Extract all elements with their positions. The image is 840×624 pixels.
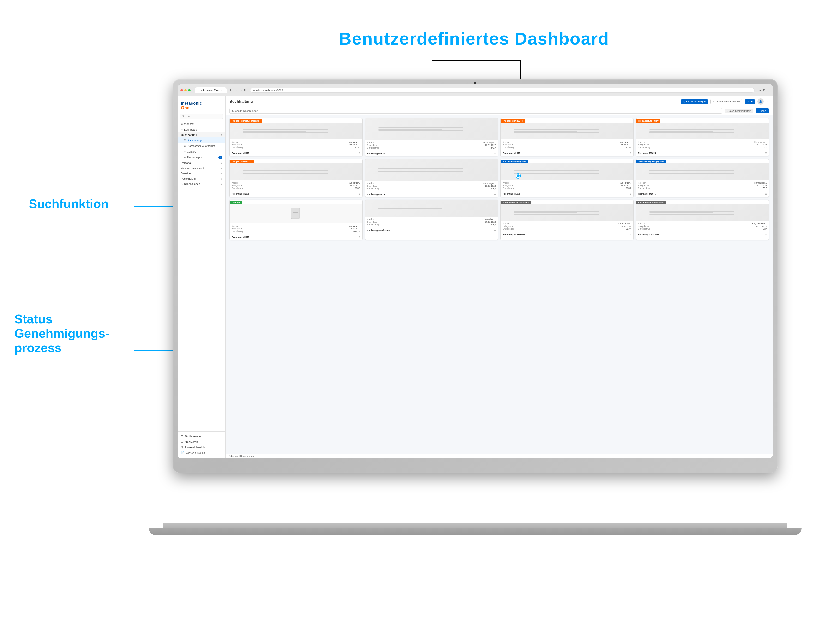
doc-card-3[interactable]: Freigabestufe KSTV KreditorHamburger... … [500,118,634,156]
card-7-bruttobetrag: 273,7 [626,187,632,189]
search-input[interactable] [229,108,722,114]
card-10-bruttobetrag: 273,7 [490,224,496,226]
card-12-preview [636,204,769,221]
sidebar-item-capture[interactable]: ≡ Capture [178,149,225,154]
card-3-menu-icon[interactable]: ≡ [630,151,631,155]
sidebar-item-webcast[interactable]: ≡ Webcast [178,121,225,127]
sidebar-item-personal[interactable]: Personal ∨ [178,160,225,165]
doc-card-4[interactable]: Freigabestufe KSTV KreditorHamburger... … [636,118,769,156]
filter-label[interactable]: ↓ Nach indexfield filtern [724,109,753,113]
sidebar-section-buchhaltung[interactable]: Buchhaltung ∧ [178,133,225,137]
sidebar-item-archivieren[interactable]: ⊡ Archivieren [178,439,225,445]
sidebar-item-kundenanliegen[interactable]: Kundenanliegen ∨ [178,181,225,187]
new-tab-button[interactable]: + [229,88,232,93]
card-11-menu-icon[interactable]: ≡ [630,233,631,236]
sidebar-logo: metasonic One [178,99,225,113]
card-4-bruttobetrag: 273,7 [761,146,767,148]
card-10-belegdatum: 17.01.2022 [485,221,496,223]
sidebar-chevron-personal: ∨ [220,162,222,164]
sidebar-item-vertrag[interactable]: 📄 Vertrag erstellen [178,450,225,456]
dashboards-verwalten-button[interactable]: ⬡ Dashboards verwalten [710,99,742,104]
card-7-info: KreditorHamburger... Belegdatum26.01.202… [501,180,633,191]
sidebar-item-buchhaltung[interactable]: ≡ Buchhaltung [178,137,225,143]
sidebar-item-prozessstapel[interactable]: ≡ Prozessstapelverarbeitung [178,143,225,149]
sidebar-item-buchhaltung-icon: ≡ [184,139,185,142]
card-2-number: Rechnung M1675 ≡ [365,151,498,156]
card-6-kreditor: Hamburger... [483,182,496,185]
sidebar-item-prozessstapel-icon: ≡ [184,144,185,148]
sidebar-item-prozessubersicht[interactable]: ◎ ProzessÜbersicht [178,445,225,450]
screen-content: metasonic One × + ← → ↻ localhost/dashbo… [178,84,773,459]
doc-card-6[interactable]: KreditorHamburger... Belegdatum26.01.202… [365,159,498,197]
laptop-wrapper: metasonic One × + ← → ↻ localhost/dashbo… [163,79,787,535]
sidebar-item-bauakte[interactable]: Bauakte ∨ [178,171,225,176]
browser-refresh-button[interactable]: ↻ [244,88,246,92]
suchfunktion-label: Suchfunktion [29,197,108,211]
camera-dot [474,82,476,83]
doc-card-5[interactable]: Freigabestufe KSTV KreditorHamburger... … [229,159,363,197]
sidebar-item-rechnungen-label: Rechnungen [187,156,202,159]
browser-dot-yellow[interactable] [184,89,187,91]
bottom-bar: Übersicht Rechnungen [225,454,773,459]
doc-card-7[interactable]: Zur Buchung freigeben KreditorHamburger.… [500,159,634,197]
doc-card-12[interactable]: Sachbearbeiter einstellen KreditorBayeri… [636,200,769,240]
browser-dot-green[interactable] [188,89,191,91]
card-4-menu-icon[interactable]: ≡ [765,151,767,155]
browser-back-button[interactable]: ← [235,89,238,92]
sidebar-item-studie[interactable]: ⊞ Studie anlegen [178,434,225,439]
sidebar-item-personal-label: Personal [181,162,191,164]
card-8-number: Rechnung M1675 ≡ [636,191,769,196]
card-2-menu-icon[interactable]: ≡ [494,152,496,155]
card-1-menu-icon[interactable]: ≡ [358,151,360,155]
doc-card-10[interactable]: KreditorO.Prend Gn... Belegdatum17.01.20… [365,200,498,240]
sidebar-item-posteingang[interactable]: Posteingang ∨ [178,176,225,181]
card-10-number: Rechnung 2022/20004 ≡ [365,227,498,233]
card-3-bruttobetrag: 273,7 [626,146,632,148]
card-4-badge: Freigabestufe KSTV [636,119,661,123]
card-6-info: KreditorHamburger... Belegdatum26.01.202… [365,181,498,192]
doc-card-2[interactable]: KreditorHamburger... Belegdatum26.01.202… [365,118,498,156]
card-9-badge: Gebucht [230,201,242,204]
card-1-badge: Freigabestufe Buchhaltung [230,119,262,123]
card-11-preview [501,204,633,221]
card-9-kreditor: Hamburger... [348,225,360,227]
card-10-menu-icon[interactable]: ≡ [494,229,496,232]
browser-address-bar[interactable]: localhost/dashboard/3228 [250,88,755,93]
sidebar-item-vertragsmanagement[interactable]: Vertragsmanagement ∨ [178,165,225,171]
card-5-menu-icon[interactable]: ≡ [358,192,360,196]
laptop-base-bottom [149,528,801,535]
card-5-kreditor: Hamburger... [348,182,360,184]
laptop-screen-bezel: metasonic One × + ← → ↻ localhost/dashbo… [178,84,773,459]
browser-forward-button[interactable]: → [239,89,242,92]
card-8-bruttobetrag: 273,7 [761,187,767,189]
card-3-kreditor: Hamburger... [619,141,631,143]
sidebar: metasonic One Suche ≡ Webcast ≡ Dashbo [178,96,225,459]
browser-dot-red[interactable] [181,89,183,91]
sidebar-item-rechnungen[interactable]: ≡ Rechnungen 0 [178,154,225,160]
nav-icon[interactable]: ↗ [766,100,769,103]
doc-card-8[interactable]: Zur Buchung freigegeben KreditorHamburge… [636,159,769,197]
card-7-menu-icon[interactable]: ≡ [630,192,631,196]
sidebar-search[interactable]: Suche [180,114,223,119]
browser-bookmark-icon[interactable]: ★ [759,88,761,92]
browser-tab-active[interactable]: metasonic One × [195,87,227,93]
user-button[interactable]: 👤 [757,99,764,105]
card-5-number: Rechnung M1675 ≡ [230,191,362,196]
card-6-menu-icon[interactable]: ≡ [494,193,496,196]
search-button[interactable]: Suche [756,108,769,113]
language-dropdown[interactable]: EN ▼ [745,99,755,104]
doc-card-11[interactable]: Sachbearbeiter einstellen KreditorDB Ver… [500,200,634,240]
browser-tab-close[interactable]: × [221,89,222,92]
card-7-badge: Zur Buchung freigeben [501,160,528,164]
kachel-hinzufugen-button[interactable]: ⊞ Kachel hinzufügen [681,99,708,104]
card-2-preview [365,118,498,140]
card-9-menu-icon[interactable]: ≡ [358,235,360,239]
doc-card-1[interactable]: Freigabestufe Buchhaltung KreditorHambur… [229,118,363,156]
card-8-menu-icon[interactable]: ≡ [765,192,767,196]
card-12-menu-icon[interactable]: ≡ [765,233,767,236]
sidebar-item-dashboard[interactable]: ≡ Dashboard [178,127,225,133]
browser-extensions-icon[interactable]: ⊡ [763,88,765,92]
card-5-belegdatum: 26.01.2022 [349,184,360,187]
browser-settings-icon[interactable]: ⋮ [767,88,770,92]
doc-card-9[interactable]: Gebucht K [229,200,363,240]
